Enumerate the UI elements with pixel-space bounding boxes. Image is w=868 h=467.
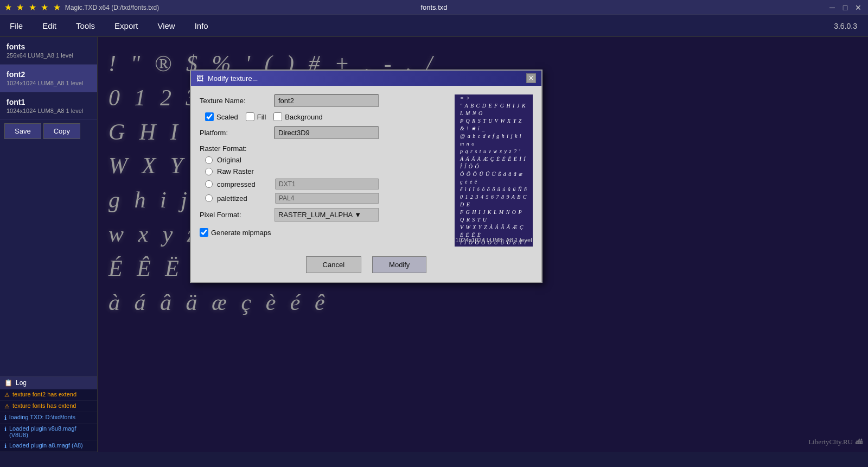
log-msg-2-text: texture fonts has extend — [12, 402, 76, 409]
menu-bar: File Edit Tools Export View Info 3.6.0.3 — [0, 15, 868, 37]
modify-button[interactable]: Modify — [372, 256, 426, 273]
modal-preview-chars: ! " * $ % ' ( ) # + , - . / 0 1 2 3 4 5 … — [460, 94, 527, 247]
log-msg-3-text: loading TXD: D:\txd\fonts — [9, 414, 75, 420]
log-panel: 📋 Log ⚠ texture font2 has extend ⚠ textu… — [0, 376, 97, 452]
raster-section: Original Raw Raster compressed — [200, 156, 379, 204]
sidebar-item-font2[interactable]: font2 1024x1024 LUM8_A8 1 level — [0, 65, 97, 92]
modal-titlebar: 🖼 Modify texture... ✕ — [191, 71, 541, 86]
log-messages: ⚠ texture font2 has extend ⚠ texture fon… — [0, 389, 97, 452]
minimize-button[interactable]: ─ — [827, 2, 838, 13]
menu-info[interactable]: Info — [190, 19, 213, 33]
title-bar-controls: ─ □ ✕ — [827, 2, 864, 13]
raw-raster-label: Raw Raster — [217, 167, 271, 175]
sidebar: fonts 256x64 LUM8_A8 1 level font2 1024x… — [0, 37, 98, 452]
platform-label: Platform: — [200, 129, 270, 137]
texture-name-label: Texture Name: — [200, 97, 270, 105]
cancel-button[interactable]: Cancel — [306, 256, 361, 273]
modal-title: Modify texture... — [208, 74, 258, 83]
fill-checkbox-label[interactable]: Fill — [246, 112, 266, 121]
palettized-radio[interactable] — [205, 194, 213, 202]
sidebar-item-font2-name: font2 — [7, 70, 91, 79]
title-bar: ★ ★ ★ ★ ★ Magic.TXD x64 (D:/txd/fonts.tx… — [0, 0, 868, 15]
info-icon-4: ℹ — [4, 426, 7, 433]
menu-edit[interactable]: Edit — [38, 19, 61, 33]
palettized-input[interactable] — [276, 193, 379, 204]
sidebar-item-fonts-name: fonts — [7, 42, 91, 51]
modal-close-button[interactable]: ✕ — [526, 73, 536, 83]
modify-texture-dialog: 🖼 Modify texture... ✕ Texture Name: — [190, 70, 542, 283]
menu-export[interactable]: Export — [110, 19, 142, 33]
scaled-label: Scaled — [216, 113, 238, 121]
copy-button[interactable]: Copy — [43, 123, 80, 139]
generate-mipmaps-label[interactable]: Generate mipmaps — [200, 228, 271, 237]
content-area: ! " ® $ % ' ( ) # + , - . / 0 1 2 3 4 5 … — [98, 37, 868, 452]
modal-body: Texture Name: Scaled — [191, 86, 541, 282]
action-buttons: Save Copy — [0, 120, 97, 142]
warning-icon-2: ⚠ — [4, 403, 10, 410]
scaled-checkbox[interactable] — [205, 112, 214, 121]
log-msg-3: ℹ loading TXD: D:\txd\fonts — [0, 412, 97, 424]
sidebar-item-font1-info: 1024x1024 LUM8_A8 1 level — [7, 108, 91, 114]
generate-mipmaps-text: Generate mipmaps — [211, 229, 271, 237]
platform-row: Platform: — [200, 127, 379, 139]
modal-left-form: Texture Name: Scaled — [200, 94, 379, 252]
close-button[interactable]: ✕ — [853, 2, 864, 13]
menu-file[interactable]: File — [5, 19, 27, 33]
texture-name-input[interactable] — [275, 94, 379, 107]
log-msg-4-text: Loaded plugin v8u8.magf (V8U8) — [9, 425, 93, 438]
fill-checkbox[interactable] — [246, 112, 254, 121]
compressed-radio[interactable] — [205, 180, 213, 188]
background-checkbox-label[interactable]: Background — [273, 112, 322, 121]
sidebar-item-font1-name: font1 — [7, 98, 91, 106]
raw-raster-radio[interactable] — [205, 168, 213, 175]
raw-raster-option: Raw Raster — [205, 167, 379, 175]
modal-buttons: Cancel Modify — [200, 252, 533, 273]
modal-preview-info: 1024x1024 LUM8_A8 1 level — [455, 237, 532, 243]
main-area: fonts 256x64 LUM8_A8 1 level font2 1024x… — [0, 37, 868, 452]
info-icon-3: ℹ — [4, 414, 7, 421]
pixel-format-select[interactable]: RASTER_LUM_ALPHA ▼ — [275, 208, 379, 222]
modal-icon: 🖼 — [196, 74, 203, 83]
save-button[interactable]: Save — [4, 123, 41, 139]
modal-overlay: 🖼 Modify texture... ✕ Texture Name: — [98, 37, 868, 452]
modal-titlebar-left: 🖼 Modify texture... — [196, 74, 258, 83]
background-checkbox[interactable] — [273, 112, 282, 121]
log-msg-1-text: texture font2 has extend — [12, 391, 76, 397]
stars-logo: ★ ★ ★ ★ ★ — [4, 2, 62, 12]
modal-preview: ! " * $ % ' ( ) # + , - . / 0 1 2 3 4 5 … — [455, 94, 533, 247]
pixel-format-row: Pixel Format: RASTER_LUM_ALPHA ▼ — [200, 208, 379, 222]
compressed-option: compressed — [205, 179, 379, 190]
title-bar-filename: fonts.txd — [420, 3, 447, 11]
palettized-label: palettized — [217, 194, 271, 203]
platform-input[interactable] — [275, 127, 379, 139]
title-bar-appname: Magic.TXD x64 (D:/txd/fonts.txd) — [65, 4, 159, 11]
menu-items: File Edit Tools Export View Info — [5, 19, 213, 33]
original-radio[interactable] — [205, 156, 213, 164]
menu-tools[interactable]: Tools — [72, 19, 99, 33]
palettized-option: palettized — [205, 193, 379, 204]
menu-view[interactable]: View — [153, 19, 179, 33]
compressed-input[interactable] — [276, 179, 379, 190]
log-msg-2: ⚠ texture fonts has extend — [0, 401, 97, 412]
background-label: Background — [285, 113, 322, 121]
generate-mipmaps-checkbox[interactable] — [200, 228, 208, 237]
log-msg-5-text: Loaded plugin a8.magf (A8) — [9, 442, 83, 449]
sidebar-item-fonts-info: 256x64 LUM8_A8 1 level — [7, 52, 91, 59]
log-title: Log — [16, 379, 27, 387]
info-icon-5: ℹ — [4, 443, 7, 450]
title-bar-center: fonts.txd — [420, 3, 447, 11]
original-option: Original — [205, 156, 379, 164]
pixel-format-value: RASTER_LUM_ALPHA ▼ — [278, 211, 361, 219]
sidebar-item-font2-info: 1024x1024 LUM8_A8 1 level — [7, 80, 91, 86]
sidebar-item-fonts[interactable]: fonts 256x64 LUM8_A8 1 level — [0, 37, 97, 65]
scaled-checkbox-label[interactable]: Scaled — [205, 112, 238, 121]
maximize-button[interactable]: □ — [840, 2, 851, 13]
log-msg-1: ⚠ texture font2 has extend — [0, 389, 97, 401]
sidebar-item-font1[interactable]: font1 1024x1024 LUM8_A8 1 level — [0, 92, 97, 120]
fill-label: Fill — [257, 113, 266, 121]
title-bar-left: ★ ★ ★ ★ ★ Magic.TXD x64 (D:/txd/fonts.tx… — [4, 2, 159, 12]
generate-mipmaps-row: Generate mipmaps — [200, 228, 379, 237]
warning-icon-1: ⚠ — [4, 392, 10, 399]
raster-format-label: Raster Format: — [200, 144, 379, 153]
version-label: 3.6.0.3 — [834, 22, 857, 30]
